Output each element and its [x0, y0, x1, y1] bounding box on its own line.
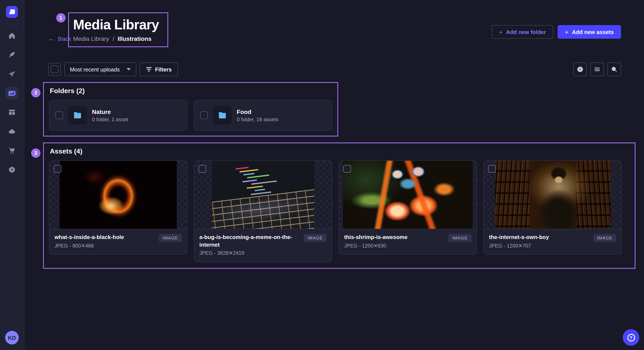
asset-meta: JPEG - 1200✕707	[489, 243, 549, 249]
main-content: ← Back + Add new folder + Add new assets…	[24, 0, 644, 350]
search-button[interactable]	[607, 63, 621, 76]
folder-meta: 0 folder, 1 asset	[92, 117, 128, 123]
folder-icon-wrap	[213, 106, 232, 125]
folder-checkbox[interactable]	[200, 112, 208, 119]
laptop-code-photo	[212, 161, 314, 229]
paper-plane-icon	[8, 70, 16, 78]
strapi-logo[interactable]	[6, 6, 18, 18]
asset-meta: JPEG - 800✕466	[54, 243, 124, 249]
search-icon	[611, 66, 618, 73]
folder-icon-wrap	[68, 106, 87, 125]
asset-checkbox[interactable]	[488, 165, 496, 173]
sidebar-item-content-manager[interactable]	[5, 48, 19, 61]
back-arrow-icon: ←	[48, 35, 54, 42]
asset-meta: JPEG - 1200✕630	[344, 243, 408, 249]
asset-thumbnail	[50, 161, 187, 229]
logo-shape-light	[9, 12, 12, 14]
asset-card-black-hole[interactable]: what-s-inside-a-black-hole JPEG - 800✕46…	[49, 161, 188, 255]
folder-card-food[interactable]: Food 0 folder, 16 assets	[194, 100, 332, 131]
select-all-field[interactable]	[48, 63, 61, 76]
sidebar-nav	[5, 29, 19, 176]
asset-type-badge: IMAGE	[593, 234, 616, 242]
breadcrumb: Media Library/Illustrations	[73, 35, 159, 42]
library-portrait-photo	[495, 161, 610, 229]
layout-icon	[8, 108, 16, 116]
filters-button[interactable]: Filters	[140, 63, 178, 76]
sidebar-item-marketplace[interactable]	[5, 144, 19, 157]
folder-grid: Nature 0 folder, 1 asset Food 0 folder, …	[49, 100, 332, 131]
folder-meta: 0 folder, 16 assets	[237, 117, 278, 123]
asset-type-badge: IMAGE	[448, 234, 472, 242]
asset-name: this-shrimp-is-awesome	[344, 234, 408, 241]
breadcrumb-current: Illustrations	[118, 35, 152, 42]
asset-name: the-internet-s-own-boy	[489, 234, 549, 241]
folder-icon	[73, 111, 82, 120]
asset-checkbox[interactable]	[54, 165, 61, 173]
grid-settings-button[interactable]	[573, 63, 587, 76]
folder-name: Nature	[92, 108, 128, 115]
folder-name: Food	[237, 108, 278, 115]
list-view-button[interactable]	[590, 63, 604, 76]
filter-icon	[146, 67, 152, 72]
home-icon	[8, 32, 16, 39]
cart-icon	[8, 147, 16, 154]
header-actions: + Add new folder + Add new assets	[492, 25, 621, 39]
filters-label: Filters	[155, 66, 172, 73]
annotation-badge-3: 3	[31, 149, 40, 158]
asset-name: a-bug-is-becoming-a-meme-on-the-internet	[199, 234, 300, 249]
sort-dropdown[interactable]: Most recent uploads	[64, 63, 136, 76]
annotation-box-3: 3 Assets (4) what-s-inside-a-black-hole …	[43, 143, 636, 269]
sidebar-item-home[interactable]	[5, 29, 19, 42]
annotation-box-2: 2 Folders (2) Nature 0 folder, 1 asset	[43, 82, 338, 137]
annotation-box-1: 1 Media Library Media Library/Illustrati…	[68, 12, 168, 47]
asset-meta: JPEG - 3628✕2419	[199, 250, 300, 256]
sort-dropdown-value: Most recent uploads	[70, 66, 120, 73]
folder-card-nature[interactable]: Nature 0 folder, 1 asset	[49, 100, 188, 131]
user-avatar[interactable]: KD	[5, 331, 19, 345]
assets-heading: Assets (4)	[50, 148, 630, 156]
add-folder-label: Add new folder	[506, 29, 546, 35]
back-link[interactable]: ← Back	[48, 35, 71, 42]
annotation-badge-1: 1	[56, 13, 66, 22]
sidebar-item-releases[interactable]	[5, 68, 19, 80]
asset-card-bug-meme[interactable]: a-bug-is-becoming-a-meme-on-the-internet…	[194, 161, 332, 262]
add-new-assets-button[interactable]: + Add new assets	[558, 25, 621, 39]
breadcrumb-separator: /	[113, 35, 114, 42]
asset-name: what-s-inside-a-black-hole	[54, 234, 124, 241]
list-icon	[594, 66, 600, 73]
plus-icon: +	[565, 29, 568, 35]
sidebar-item-settings[interactable]	[5, 163, 19, 176]
select-all-checkbox[interactable]	[51, 66, 58, 73]
asset-type-badge: IMAGE	[159, 234, 182, 242]
page-title: Media Library	[73, 16, 159, 33]
media-library-icon	[8, 89, 16, 97]
asset-thumbnail	[484, 161, 622, 229]
question-mark-icon: ?	[627, 334, 635, 341]
asset-type-badge: IMAGE	[304, 234, 327, 242]
folder-checkbox[interactable]	[55, 112, 63, 119]
feather-icon	[8, 51, 16, 59]
sidebar-item-deploy[interactable]	[5, 125, 19, 138]
add-new-folder-button[interactable]: + Add new folder	[492, 25, 553, 39]
breadcrumb-parent[interactable]: Media Library	[73, 35, 109, 42]
plus-icon: +	[499, 29, 503, 35]
sidebar: KD	[0, 0, 24, 350]
mantis-shrimp-photo	[343, 161, 473, 229]
asset-grid: what-s-inside-a-black-hole JPEG - 800✕46…	[49, 161, 630, 262]
asset-thumbnail	[194, 161, 332, 229]
black-hole-photo	[60, 161, 177, 229]
asset-card-internets-own-boy[interactable]: the-internet-s-own-boy JPEG - 1200✕707 I…	[484, 161, 622, 255]
add-assets-label: Add new assets	[572, 29, 614, 35]
help-button[interactable]: ?	[623, 329, 639, 346]
toolbar: Most recent uploads Filters	[48, 63, 621, 76]
chevron-down-icon	[126, 68, 131, 71]
sidebar-divider	[5, 24, 19, 24]
asset-checkbox[interactable]	[343, 165, 351, 173]
asset-checkbox[interactable]	[198, 165, 206, 173]
gear-icon	[8, 166, 16, 174]
asset-card-shrimp[interactable]: this-shrimp-is-awesome JPEG - 1200✕630 I…	[338, 161, 477, 255]
sidebar-item-content-type-builder[interactable]	[5, 106, 19, 119]
annotation-badge-2: 2	[31, 88, 40, 98]
sidebar-item-media-library[interactable]	[5, 87, 19, 100]
asset-thumbnail	[339, 161, 476, 229]
